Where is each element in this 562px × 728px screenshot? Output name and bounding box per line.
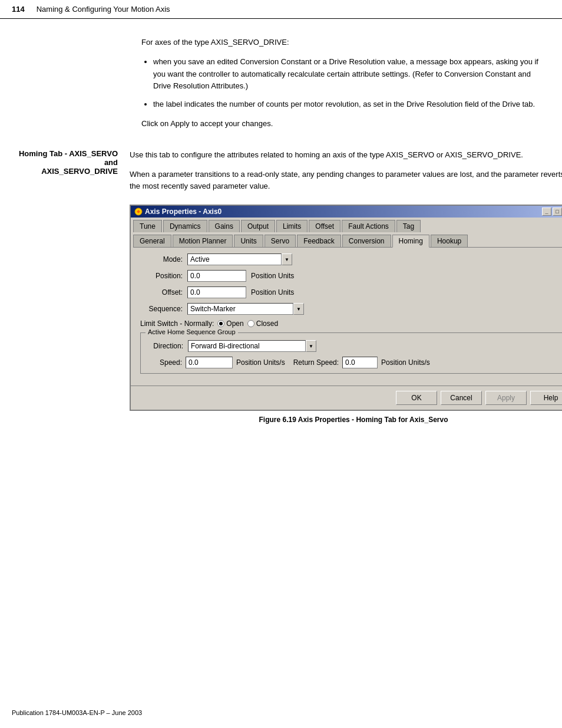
direction-dropdown-arrow[interactable]: ▼ [306,340,316,352]
help-button[interactable]: Help [530,391,562,405]
tabs-row-2: General Motion Planner Units Servo Feedb… [131,232,562,247]
tab-conversion[interactable]: Conversion [342,235,391,247]
tab-feedback[interactable]: Feedback [297,235,341,247]
page-header-title: Naming & Configuring Your Motion Axis [37,5,170,14]
page-number: 114 [12,5,25,14]
tab-offset[interactable]: Offset [309,220,340,232]
sequence-dropdown[interactable]: Switch-Marker ▼ [187,303,304,315]
tab-homing[interactable]: Homing [392,235,429,248]
mode-dropdown-arrow[interactable]: ▼ [282,253,292,265]
figure-caption: Figure 6.19 Axis Properties - Homing Tab… [130,416,562,424]
page-footer: Publication 1784-UM003A-EN-P – June 2003 [12,709,550,716]
dialog-body: Mode: Active ▼ Position: Position Units [131,248,562,386]
tab-fault-actions[interactable]: Fault Actions [342,220,395,232]
dialog-titlebar: Axis Properties - Axis0 _ □ × [131,206,562,218]
speed-input[interactable] [186,357,233,368]
speed-unit: Position Units/s [236,358,285,367]
sequence-value: Switch-Marker [187,303,293,315]
position-input[interactable] [187,270,246,282]
bullet-list: when you save an edited Conversion Const… [141,56,550,111]
position-label: Position: [140,272,187,280]
dialog-window: Axis Properties - Axis0 _ □ × Tune Dynam… [130,205,562,411]
right-col: For axes of the type AXIS_SERVO_DRIVE: w… [130,37,550,137]
tab-gains[interactable]: Gains [209,220,240,232]
offset-unit: Position Units [251,288,294,297]
tab-tag[interactable]: Tag [396,220,421,232]
section-block: Homing Tab - AXIS_SERVO and AXIS_SERVO_D… [0,149,562,430]
mode-value: Active [187,253,282,265]
open-radio[interactable]: Open [217,319,243,328]
tab-general[interactable]: General [133,235,171,247]
ok-button[interactable]: OK [396,391,437,405]
maximize-button[interactable]: □ [553,207,562,216]
section-heading: Homing Tab - AXIS_SERVO and AXIS_SERVO_D… [12,149,130,430]
minimize-button[interactable]: _ [542,207,551,216]
closed-radio[interactable]: Closed [247,319,278,328]
intro-text: For axes of the type AXIS_SERVO_DRIVE: [141,37,550,49]
dialog-icon [134,207,143,216]
closed-label: Closed [256,319,278,328]
bullet-item-1: when you save an edited Conversion Const… [153,56,550,93]
apply-button[interactable]: Apply [485,391,527,405]
heading-line1: Homing Tab - AXIS_SERVO and [12,149,118,167]
cancel-button[interactable]: Cancel [441,391,482,405]
active-home-group: Active Home Sequence Group Direction: Fo… [140,332,562,374]
sequence-dropdown-arrow[interactable]: ▼ [293,303,304,315]
sequence-row: Sequence: Switch-Marker ▼ [140,303,562,315]
speed-label: Speed: [147,358,182,367]
page-header: 114 Naming & Configuring Your Motion Axi… [0,0,562,19]
heading-line2: AXIS_SERVO_DRIVE [12,167,118,176]
tab-limits[interactable]: Limits [276,220,308,232]
tab-hookup[interactable]: Hookup [431,235,468,247]
open-radio-btn[interactable] [217,320,224,327]
section-right: Use this tab to configure the attributes… [130,149,562,430]
page: 114 Naming & Configuring Your Motion Axi… [0,0,562,728]
sequence-label: Sequence: [140,305,187,313]
return-speed-label: Return Speed: [293,358,339,367]
bullet-item-2: the label indicates the number of counts… [153,98,550,111]
closed-radio-btn[interactable] [247,320,254,327]
content-area: For axes of the type AXIS_SERVO_DRIVE: w… [0,19,562,149]
tab-motion-planner[interactable]: Motion Planner [173,235,233,247]
titlebar-controls[interactable]: _ □ × [542,207,562,216]
tab-tune[interactable]: Tune [133,220,162,232]
direction-value: Forward Bi-directional [188,340,306,352]
footer-text: Publication 1784-UM003A-EN-P – June 2003 [12,709,142,716]
direction-dropdown[interactable]: Forward Bi-directional ▼ [188,340,316,352]
tab-units[interactable]: Units [234,235,263,247]
tab-dynamics[interactable]: Dynamics [163,220,207,232]
titlebar-left: Axis Properties - Axis0 [134,207,222,216]
limit-switch-row: Limit Switch - Normally: Open Closed [140,319,562,328]
left-col [12,37,130,137]
click-text: Click on Apply to accept your changes. [141,118,550,130]
offset-input[interactable] [187,286,246,298]
group-legend: Active Home Sequence Group [146,328,238,335]
section-description: Use this tab to configure the attributes… [130,149,562,162]
section-paragraph2: When a parameter transitions to a read-o… [130,169,562,193]
mode-dropdown[interactable]: Active ▼ [187,253,292,265]
direction-label: Direction: [147,342,188,350]
offset-label: Offset: [140,288,187,297]
speed-row: Speed: Position Units/s Return Speed: Po… [147,357,560,368]
direction-row: Direction: Forward Bi-directional ▼ [147,340,560,352]
dialog-footer: OK Cancel Apply Help [131,386,562,410]
mode-row: Mode: Active ▼ [140,253,562,265]
return-speed-unit: Position Units/s [381,358,430,367]
dialog-container: Axis Properties - Axis0 _ □ × Tune Dynam… [130,205,562,424]
tab-servo[interactable]: Servo [265,235,296,247]
dialog-title: Axis Properties - Axis0 [145,207,222,216]
return-speed-input[interactable] [342,357,378,368]
open-label: Open [226,319,243,328]
limit-switch-label: Limit Switch - Normally: [140,319,214,328]
tab-output[interactable]: Output [241,220,275,232]
tabs-row-1: Tune Dynamics Gains Output Limits Offset… [131,218,562,232]
position-row: Position: Position Units [140,270,562,282]
group-content: Direction: Forward Bi-directional ▼ Spee… [147,338,560,368]
mode-label: Mode: [140,255,187,263]
offset-row: Offset: Position Units [140,286,562,298]
position-unit: Position Units [251,272,294,280]
